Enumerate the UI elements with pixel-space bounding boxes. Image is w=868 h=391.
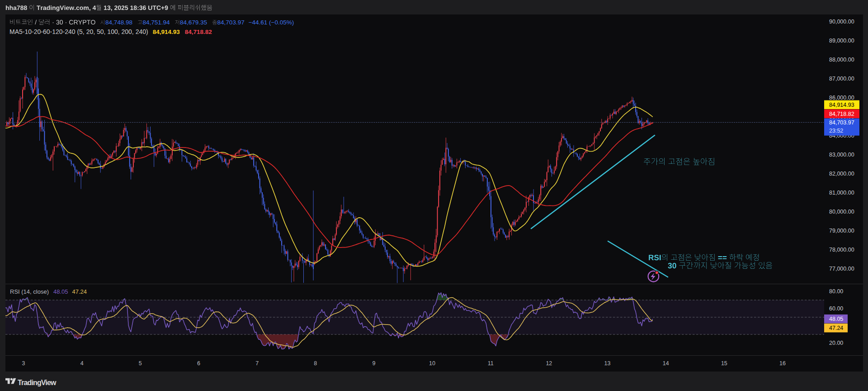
svg-text:77,000.00: 77,000.00 <box>829 266 854 272</box>
svg-text:16: 16 <box>779 360 786 367</box>
svg-text:8: 8 <box>314 360 317 367</box>
svg-text:84,751.94: 84,751.94 <box>142 19 170 26</box>
svg-text:84,718.82: 84,718.82 <box>185 29 212 35</box>
svg-text:80,000.00: 80,000.00 <box>829 209 854 215</box>
svg-text:23:52: 23:52 <box>829 128 843 134</box>
svg-text:13: 13 <box>604 360 611 367</box>
svg-text:10: 10 <box>429 360 435 367</box>
svg-text:12: 12 <box>546 360 552 367</box>
svg-text:47.24: 47.24 <box>72 288 87 295</box>
svg-text:80.00: 80.00 <box>829 288 843 295</box>
svg-text:14: 14 <box>663 360 669 367</box>
svg-text:90,000.00: 90,000.00 <box>829 19 854 25</box>
svg-text:11: 11 <box>488 360 494 367</box>
svg-text:84,914.93: 84,914.93 <box>153 29 180 35</box>
svg-text:6: 6 <box>197 360 200 367</box>
svg-text:82,000.00: 82,000.00 <box>829 171 854 177</box>
svg-text:81,000.00: 81,000.00 <box>829 190 854 196</box>
svg-text:84,914.93: 84,914.93 <box>829 102 854 108</box>
svg-text:83,000.00: 83,000.00 <box>829 152 854 158</box>
svg-text:79,000.00: 79,000.00 <box>829 228 854 234</box>
svg-text:9: 9 <box>372 360 375 367</box>
svg-text:47.24: 47.24 <box>829 325 843 331</box>
svg-text:84,703.97: 84,703.97 <box>829 119 854 126</box>
svg-text:84,703.97: 84,703.97 <box>217 19 245 26</box>
svg-text:TradingView: TradingView <box>18 379 57 386</box>
svg-text:15: 15 <box>721 360 727 367</box>
svg-text:88,000.00: 88,000.00 <box>829 57 854 63</box>
svg-text:5: 5 <box>139 360 142 367</box>
svg-text:84,679.35: 84,679.35 <box>180 19 207 26</box>
svg-text:RSI (14, close): RSI (14, close) <box>10 288 49 295</box>
svg-text:87,000.00: 87,000.00 <box>829 76 854 82</box>
svg-text:−44.61 (−0.05%): −44.61 (−0.05%) <box>249 19 294 26</box>
svg-text:86,000.00: 86,000.00 <box>829 95 854 101</box>
svg-text:84,748.98: 84,748.98 <box>105 19 132 26</box>
svg-text:20.00: 20.00 <box>829 340 843 346</box>
svg-text:89,000.00: 89,000.00 <box>829 38 854 44</box>
svg-text:7: 7 <box>255 360 259 367</box>
svg-text:48.05: 48.05 <box>53 288 68 295</box>
svg-text:78,000.00: 78,000.00 <box>829 247 854 253</box>
svg-text:4: 4 <box>80 360 84 367</box>
svg-text:60.00: 60.00 <box>829 305 843 312</box>
svg-text:84,718.82: 84,718.82 <box>829 111 854 117</box>
svg-text:3: 3 <box>22 360 25 367</box>
svg-text:48.05: 48.05 <box>829 316 843 322</box>
svg-text:MA5-10-20-60-120-240 (5, 20, 5: MA5-10-20-60-120-240 (5, 20, 50, 100, 20… <box>9 28 148 35</box>
